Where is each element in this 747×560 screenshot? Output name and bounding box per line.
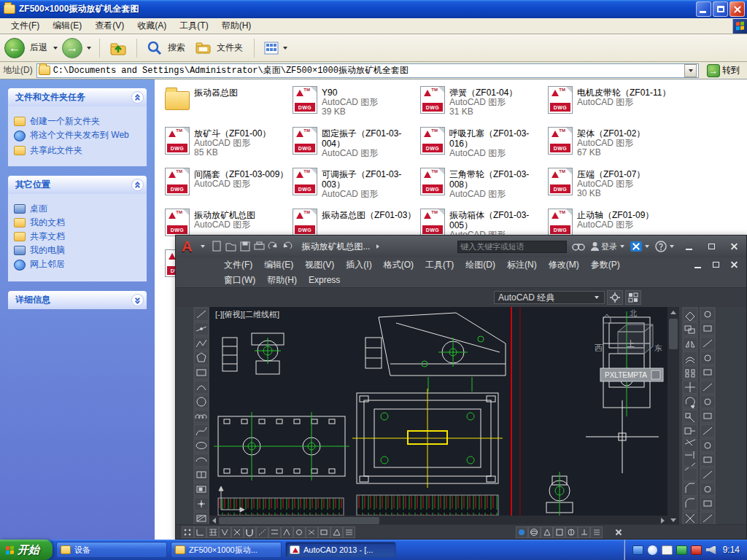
- collapse-chevron-icon[interactable]: [131, 91, 144, 104]
- acad-menu-item[interactable]: 参数(P): [585, 257, 626, 272]
- help-button[interactable]: [655, 241, 676, 252]
- go-button[interactable]: → 转到: [703, 64, 744, 77]
- status-toolbar-close-icon[interactable]: [614, 527, 624, 537]
- task-link[interactable]: 将这个文件夹发布到 Web: [14, 130, 142, 141]
- forward-dropdown-icon[interactable]: [87, 47, 91, 50]
- file-tile[interactable]: TM DWG 三角带轮（ZF01-03-008） AutoCAD 图形: [420, 168, 544, 209]
- help-tray-icon[interactable]: [647, 545, 658, 556]
- address-input[interactable]: [53, 66, 681, 76]
- autocad-logo-icon[interactable]: A: [179, 237, 195, 256]
- file-tile[interactable]: TM DWG 间隔套（ZF01-03-009） AutoCAD 图形: [165, 168, 289, 209]
- modify-toolbar[interactable]: [682, 307, 698, 526]
- explorer-titlebar[interactable]: ZF500×1000振动放矿机全套图: [0, 0, 747, 18]
- drafting-toggles[interactable]: [182, 526, 355, 538]
- acad-menu-item[interactable]: 视图(V): [299, 257, 340, 272]
- acad-menu-item[interactable]: 文件(F): [218, 257, 258, 272]
- back-dropdown-icon[interactable]: [53, 47, 58, 50]
- menu-item[interactable]: 查看(V): [88, 18, 131, 34]
- views-button[interactable]: [261, 40, 292, 56]
- acad-minimize-button[interactable]: [680, 240, 698, 253]
- file-tile[interactable]: TM DWG 弹簧（ZF01-04） AutoCAD 图形 31 KB: [420, 86, 544, 127]
- file-tile[interactable]: TM DWG 呼吸孔塞（ZF01-03-016） AutoCAD 图形: [420, 127, 544, 168]
- draw-toolbar[interactable]: [193, 307, 209, 526]
- workspace-settings-button[interactable]: [607, 290, 623, 305]
- doc-close-button[interactable]: [725, 259, 743, 271]
- vertical-scrollbar[interactable]: [667, 307, 679, 526]
- workspace-dropdown[interactable]: AutoCAD 经典: [494, 291, 605, 304]
- collapse-chevron-icon[interactable]: [131, 179, 144, 191]
- viewcube-top-label[interactable]: 上: [627, 339, 635, 348]
- close-button[interactable]: [729, 1, 745, 17]
- doc-restore-button[interactable]: [707, 259, 725, 271]
- hscroll-thumb[interactable]: [219, 517, 379, 524]
- taskbar-window-button[interactable]: 设备: [56, 542, 167, 558]
- file-tile[interactable]: TM DWG 可调振子（ZF01-03-003） AutoCAD 图形: [293, 168, 417, 209]
- task-link[interactable]: 共享此文件夹: [14, 145, 142, 155]
- taskbar-window-button[interactable]: AutoCAD 2013 - [...: [285, 542, 396, 558]
- file-tile[interactable]: TM DWG 电机皮带轮（ZF01-11） AutoCAD 图形: [548, 86, 672, 127]
- up-button[interactable]: [107, 39, 130, 58]
- scroll-up-icon[interactable]: [670, 311, 676, 314]
- views-dropdown-icon[interactable]: [283, 47, 287, 50]
- place-link[interactable]: 我的电脑: [14, 245, 142, 255]
- vscroll-thumb[interactable]: [669, 319, 678, 349]
- file-tile[interactable]: TM DWG 放矿斗（ZF01-00） AutoCAD 图形 85 KB: [165, 127, 289, 168]
- logo-dropdown-icon[interactable]: [201, 245, 205, 248]
- acad-menu-item[interactable]: 编辑(E): [258, 257, 299, 272]
- scroll-right-icon[interactable]: [661, 518, 665, 524]
- back-button[interactable]: ←: [4, 38, 25, 58]
- acad-close-button[interactable]: [725, 240, 743, 253]
- menu-item[interactable]: 收藏(A): [131, 18, 173, 34]
- place-link[interactable]: 网上邻居: [14, 259, 142, 271]
- sign-in-button[interactable]: 登录: [590, 241, 626, 252]
- workspace-switch-button[interactable]: [625, 290, 641, 305]
- help-search-input[interactable]: [460, 242, 564, 251]
- places-box-header[interactable]: 其它位置: [8, 176, 147, 194]
- acad-menu-item[interactable]: 标注(N): [501, 257, 543, 272]
- expand-chevron-icon[interactable]: [131, 294, 144, 306]
- file-tile[interactable]: TM DWG 压端（ZF01-07） AutoCAD 图形 30 KB: [548, 168, 672, 209]
- help-search-box[interactable]: [457, 241, 567, 253]
- ime-keyboard-icon[interactable]: [662, 545, 673, 555]
- viewport-label[interactable]: [-][俯视][二维线框]: [215, 310, 279, 319]
- search-button[interactable]: 搜索: [144, 39, 190, 58]
- file-tile[interactable]: TM DWG 振动器总图: [165, 86, 289, 127]
- green-app-tray-icon[interactable]: [676, 545, 687, 555]
- start-button[interactable]: 开始: [0, 540, 53, 560]
- file-tile[interactable]: TM DWG 固定振子（ZF01-03-004） AutoCAD 图形: [293, 127, 417, 168]
- modify2-toolbar[interactable]: [700, 307, 716, 526]
- folders-button[interactable]: 文件夹: [193, 39, 247, 57]
- volume-icon[interactable]: [705, 545, 716, 555]
- task-link[interactable]: 创建一个新文件夹: [14, 116, 142, 126]
- network-tray-icon[interactable]: [632, 545, 643, 555]
- doc-minimize-button[interactable]: [689, 259, 707, 271]
- minimize-button[interactable]: [696, 1, 711, 17]
- place-link[interactable]: 共享文档: [14, 231, 142, 241]
- acad-menu-item[interactable]: 格式(O): [378, 257, 419, 272]
- autocad-titlebar[interactable]: A 振动放矿机总图... 登录: [176, 236, 746, 257]
- menu-item[interactable]: 编辑(E): [46, 18, 88, 34]
- maximize-button[interactable]: [713, 1, 728, 17]
- address-dropdown-button[interactable]: [684, 64, 697, 77]
- menu-item[interactable]: 文件(F): [4, 18, 46, 34]
- acad-menu-item[interactable]: 绘图(D): [460, 257, 501, 272]
- exchange-apps-button[interactable]: [630, 241, 651, 252]
- tray-clock[interactable]: 9:14: [723, 545, 740, 555]
- annotation-tools[interactable]: [516, 526, 611, 538]
- place-link[interactable]: 我的文档: [14, 217, 142, 228]
- menu-item[interactable]: 工具(T): [173, 18, 214, 34]
- status-right-tools[interactable]: [516, 526, 624, 538]
- file-tile[interactable]: TM DWG 架体（ZF01-02） AutoCAD 图形 67 KB: [548, 127, 672, 168]
- quick-access-toolbar[interactable]: [211, 240, 297, 253]
- menu-item[interactable]: 帮助(H): [215, 18, 258, 34]
- scroll-left-icon[interactable]: [212, 518, 216, 524]
- file-tile[interactable]: TM DWG Y90 AutoCAD 图形 39 KB: [293, 86, 417, 127]
- scroll-down-icon[interactable]: [670, 518, 676, 522]
- acad-menu-item[interactable]: 工具(T): [419, 257, 460, 272]
- taskbar-window-button[interactable]: ZF500×1000振动...: [171, 542, 282, 558]
- acad-menu-item[interactable]: 插入(I): [340, 257, 377, 272]
- forward-button[interactable]: →: [62, 38, 82, 58]
- details-box-header[interactable]: 详细信息: [8, 291, 147, 309]
- binoculars-search-icon[interactable]: [571, 241, 586, 252]
- address-input-box[interactable]: [36, 63, 699, 78]
